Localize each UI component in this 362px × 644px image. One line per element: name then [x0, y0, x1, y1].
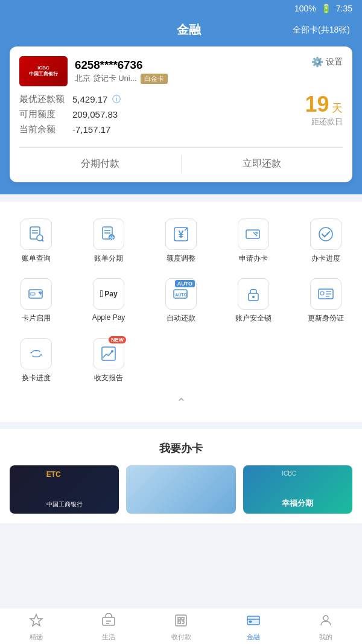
nav-item-payment[interactable]: 收付款: [145, 613, 217, 642]
service-grid-row3: 换卡进度 NEW 收支报告: [0, 331, 362, 391]
installment-button[interactable]: 分期付款: [19, 155, 181, 173]
service-item-income-report[interactable]: NEW 收支报告: [72, 331, 145, 391]
gear-icon: ⚙️: [311, 56, 323, 68]
svg-rect-34: [176, 615, 186, 626]
apply-card-label: 申请办卡: [239, 253, 268, 264]
service-item-bill-installment[interactable]: 分 账单分期: [72, 211, 145, 271]
apple-pay-label: Apple Pay: [92, 313, 125, 322]
service-grid-row1: 账单查询 分 账单分期 ¥ 额度调整: [0, 211, 362, 271]
card-activate-label: 卡片启用: [22, 313, 51, 324]
days-display: 19 天: [305, 94, 343, 115]
svg-rect-37: [178, 621, 180, 623]
nav-label-life: 生活: [102, 633, 115, 642]
optimal-repay-value: 5,429.17: [72, 94, 107, 104]
nav-label-finance: 金融: [247, 633, 260, 642]
account-lock-icon-wrap: [238, 278, 269, 310]
card-actions: 分期付款 立即还款: [19, 147, 343, 173]
income-report-label: 收支报告: [94, 373, 123, 383]
svg-point-28: [111, 350, 113, 352]
nav-item-finance[interactable]: 金融: [217, 613, 290, 642]
apply-section-title: 我要办卡: [10, 441, 352, 456]
status-bar: 100% 🔋 7:35: [0, 0, 362, 17]
info-icon[interactable]: ⓘ: [112, 94, 121, 105]
time: 7:35: [336, 4, 352, 13]
optimal-repay-label: 最优还款额: [19, 94, 68, 105]
svg-text:AUTO: AUTO: [175, 293, 187, 297]
card-amounts: 最优还款额 5,429.17 ⓘ 可用额度 209,057.83 当前余额 -7…: [19, 94, 343, 139]
service-item-auto-repay[interactable]: AUTO AUTO 自动还款: [145, 271, 217, 331]
apply-card-travel[interactable]: [126, 465, 235, 514]
payment-icon: [174, 613, 188, 631]
chevron-up-icon[interactable]: ⌃: [176, 395, 186, 410]
svg-point-45: [323, 616, 328, 620]
card-replace-label: 换卡进度: [22, 373, 51, 383]
svg-point-13: [319, 228, 332, 241]
new-badge: NEW: [109, 336, 126, 343]
card-replace-icon-wrap: [21, 338, 52, 369]
svg-point-23: [320, 292, 324, 295]
finance-icon: [246, 613, 261, 631]
card-replace-icon: [28, 345, 45, 362]
update-id-icon-wrap: [310, 278, 341, 310]
apply-section: 我要办卡 ETC 中国工商银行 ICBC 幸福分期: [0, 429, 362, 523]
settings-button[interactable]: ⚙️ 设置: [311, 56, 343, 68]
balance-value: -7,157.17: [72, 124, 110, 135]
battery-icon: 🔋: [321, 4, 331, 13]
card-number: 6258****6736: [75, 59, 168, 72]
nav-item-featured[interactable]: 精选: [0, 613, 72, 642]
apply-card-happy[interactable]: ICBC 幸福分期: [243, 465, 352, 514]
credit-adjust-icon: ¥: [173, 226, 189, 243]
nav-item-my[interactable]: 我的: [290, 613, 362, 642]
service-item-credit-adjust[interactable]: ¥ 额度调整: [145, 211, 217, 271]
credit-adjust-icon-wrap: ¥: [165, 218, 197, 250]
svg-text:¥: ¥: [179, 229, 184, 240]
settings-label: 设置: [326, 57, 343, 68]
nav-label-my: 我的: [319, 633, 332, 642]
card-subtitle: 北京 贷记卡 Uni... 白金卡: [75, 73, 168, 84]
balance-label: 当前余额: [19, 124, 68, 135]
card-progress-icon: [317, 226, 334, 243]
my-icon: [319, 613, 333, 631]
service-item-apply-card[interactable]: 申请办卡: [217, 211, 290, 271]
bill-query-icon-wrap: [21, 218, 52, 250]
card-header: ICBC中国工商银行 6258****6736 北京 贷记卡 Uni... 白金…: [19, 56, 343, 86]
star-icon: [29, 613, 43, 631]
apply-cards-row: ETC 中国工商银行 ICBC 幸福分期: [10, 465, 352, 514]
days-number: 19: [305, 92, 329, 116]
bill-query-label: 账单查询: [22, 253, 51, 264]
service-item-apple-pay[interactable]: Pay   Pay Apple Pay: [72, 271, 145, 331]
apple-pay-icon-wrap: Pay   Pay: [93, 278, 124, 310]
service-item-card-replace[interactable]: 换卡进度: [0, 331, 72, 391]
days-label: 距还款日: [305, 116, 343, 127]
income-report-icon: [100, 345, 117, 362]
svg-marker-29: [30, 614, 42, 626]
card-progress-icon-wrap: [310, 218, 341, 250]
nav-item-life[interactable]: 生活: [72, 613, 145, 642]
nav-label-payment: 收付款: [171, 633, 191, 642]
card-info: ICBC中国工商银行 6258****6736 北京 贷记卡 Uni... 白金…: [19, 56, 168, 86]
card-logo: ICBC中国工商银行: [19, 56, 68, 86]
card-activate-icon: [28, 285, 45, 302]
all-cards-link[interactable]: 全部卡(共18张): [293, 25, 350, 36]
battery-level: 100%: [294, 4, 316, 13]
svg-rect-27: [102, 347, 115, 360]
page-title: 金融: [84, 22, 293, 38]
credit-adjust-label: 额度调整: [167, 253, 195, 264]
days-unit: 天: [332, 102, 343, 114]
amounts-left: 最优还款额 5,429.17 ⓘ 可用额度 209,057.83 当前余额 -7…: [19, 94, 305, 139]
apply-card-icon-wrap: [238, 218, 269, 250]
repay-button[interactable]: 立即还款: [182, 155, 343, 173]
auto-repay-icon-wrap: AUTO AUTO: [165, 278, 197, 310]
service-item-bill-query[interactable]: 账单查询: [0, 211, 72, 271]
bottom-nav: 精选 生活 收付款: [0, 608, 362, 644]
bill-installment-icon-wrap: 分: [93, 218, 124, 250]
card-activate-icon-wrap: [21, 278, 52, 310]
service-item-card-progress[interactable]: 办卡进度: [290, 211, 362, 271]
apply-card-etc[interactable]: ETC 中国工商银行: [10, 465, 119, 514]
service-item-update-id[interactable]: 更新身份证: [290, 271, 362, 331]
svg-rect-36: [182, 617, 184, 620]
service-item-account-lock[interactable]: 账户安全锁: [217, 271, 290, 331]
svg-line-4: [42, 240, 44, 242]
collapse-row: ⌃: [0, 391, 362, 417]
service-item-card-activate[interactable]: 卡片启用: [0, 271, 72, 331]
